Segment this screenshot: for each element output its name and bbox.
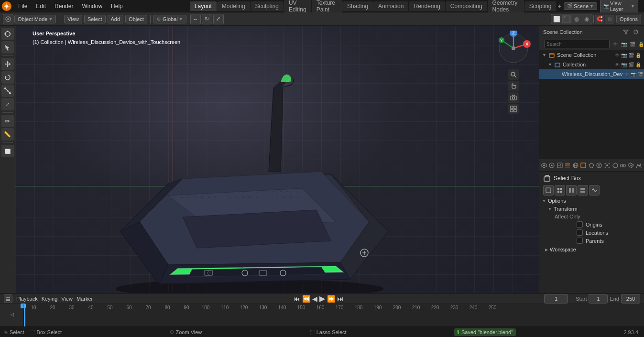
menu-window[interactable]: Window xyxy=(78,2,106,11)
tab-shading[interactable]: Shading xyxy=(342,1,373,11)
outliner-sync-icon[interactable] xyxy=(632,28,640,36)
rotate-icon-btn[interactable]: ↻ xyxy=(202,14,212,24)
timeline-header-marker[interactable]: Marker xyxy=(76,296,93,302)
viewport[interactable]: ⬡ ⋯ xyxy=(15,26,539,293)
props-render-icon[interactable] xyxy=(548,160,556,171)
tab-animation[interactable]: Animation xyxy=(373,1,408,11)
col-visibility-icon[interactable]: 👁 xyxy=(615,62,620,67)
measure-tool[interactable]: 📏 xyxy=(1,128,14,141)
sc-visibility-icon[interactable]: 👁 xyxy=(615,53,620,58)
props-mesh-icon[interactable] xyxy=(588,160,595,171)
timeline-menu-icon[interactable] xyxy=(4,294,12,303)
col-render-icon[interactable]: 🎬 xyxy=(628,62,634,67)
outliner-filter-icon[interactable] xyxy=(622,28,630,36)
props-object-data-icon[interactable] xyxy=(635,160,643,171)
select-box-icon-1[interactable] xyxy=(543,185,554,196)
mode-icon-btn[interactable] xyxy=(3,14,13,24)
add-menu[interactable]: Add xyxy=(108,15,124,23)
outliner-item-scene-collection[interactable]: ▼ Scene Collection 👁 📷 🎬 🔒 xyxy=(539,50,644,60)
mesh-visibility-icon[interactable]: 👁 xyxy=(624,72,629,77)
props-output-icon[interactable] xyxy=(556,160,564,171)
props-object-icon[interactable] xyxy=(580,160,588,171)
add-workspace-button[interactable]: + xyxy=(557,1,562,11)
sc-render-icon[interactable]: 🎬 xyxy=(628,53,634,58)
timeline-header-view[interactable]: View xyxy=(61,296,73,302)
tab-compositing[interactable]: Compositing xyxy=(446,1,487,11)
workspace-title[interactable]: ▶ Workspace xyxy=(545,247,638,252)
select-box-icon-5[interactable] xyxy=(589,185,600,196)
rotate-tool[interactable] xyxy=(1,71,14,84)
scale-tool[interactable] xyxy=(1,85,14,97)
material-preview-btn[interactable]: ◍ xyxy=(572,15,581,23)
object-mode-dropdown[interactable]: Object Mode ▼ xyxy=(14,15,56,23)
move-icon-btn[interactable]: ↔ xyxy=(190,14,201,24)
jump-start-btn[interactable]: ⏮ xyxy=(294,295,300,303)
mesh-viewport-icon[interactable]: 📷 xyxy=(631,72,636,77)
props-particles-icon[interactable] xyxy=(603,160,611,171)
props-scene-icon[interactable] xyxy=(540,160,548,171)
start-frame-input[interactable]: 1 xyxy=(589,294,608,304)
jump-end-btn[interactable]: ⏭ xyxy=(337,295,344,303)
outliner-item-mesh[interactable]: ▶ Wireless_Discussion_Dev 👁 📷 🎬 🔒 xyxy=(539,69,644,79)
rendered-btn[interactable]: ◉ xyxy=(582,15,591,23)
transform-tool[interactable]: ⤢ xyxy=(1,98,14,110)
mesh-render-icon[interactable]: 🎬 xyxy=(638,72,644,77)
visibility-icon[interactable]: 👁 xyxy=(611,40,619,48)
lock-icon[interactable]: 🔒 xyxy=(637,40,644,48)
props-physics-icon[interactable] xyxy=(611,160,619,171)
timeline-header-playback[interactable]: Playback xyxy=(16,296,38,302)
sc-viewport-icon[interactable]: 📷 xyxy=(621,53,627,58)
step-forward-btn[interactable]: ⏩ xyxy=(327,295,335,303)
tab-scripting[interactable]: Scripting xyxy=(524,1,557,11)
annotate-tool[interactable]: ✏ xyxy=(1,115,14,127)
sc-lock-icon[interactable]: 🔒 xyxy=(635,53,641,58)
view-layer-selector[interactable]: 📷 View Layer ▼ xyxy=(600,0,638,13)
transform-title[interactable]: ▼ Transform xyxy=(548,205,641,213)
options-btn[interactable]: Options xyxy=(616,15,641,23)
props-material-icon[interactable] xyxy=(596,160,603,171)
menu-help[interactable]: Help xyxy=(107,2,127,11)
menu-file[interactable]: File xyxy=(14,2,31,11)
global-dropdown[interactable]: ⊕ Global ▼ xyxy=(153,15,186,23)
render-icon[interactable]: 🎬 xyxy=(629,40,636,48)
tab-sculpting[interactable]: Sculpting xyxy=(251,1,284,11)
props-constraints-icon[interactable] xyxy=(619,160,627,171)
scale-icon-btn[interactable]: ⤢ xyxy=(213,14,224,24)
options-title[interactable]: ▼ Options xyxy=(542,196,641,205)
select-menu[interactable]: Select xyxy=(84,15,106,23)
viewport-icon[interactable]: 📷 xyxy=(620,40,628,48)
props-view-layer-icon[interactable] xyxy=(564,160,572,171)
snap-toggle[interactable]: 🧲 xyxy=(595,15,604,23)
camera-btn[interactable] xyxy=(508,92,519,103)
select-box-icon-3[interactable] xyxy=(566,185,577,196)
outliner-search-input[interactable] xyxy=(544,40,610,48)
cursor-tool[interactable] xyxy=(1,28,14,40)
col-viewport-icon[interactable]: 📷 xyxy=(621,62,627,67)
timeline-content[interactable]: ▷ 10 20 30 40 50 60 70 80 90 100 110 120… xyxy=(0,304,644,326)
wireframe-btn[interactable]: ⬜ xyxy=(552,15,561,23)
grid-btn[interactable] xyxy=(508,104,519,114)
scene-selector[interactable]: 🎬 Scene ▼ xyxy=(564,2,597,10)
view-menu[interactable]: View xyxy=(64,15,82,23)
viewport-gizmo[interactable]: X Y Z xyxy=(496,31,534,69)
select-box-icon-4[interactable] xyxy=(578,185,588,196)
object-menu[interactable]: Object xyxy=(125,15,147,23)
current-frame-input[interactable]: 1 xyxy=(544,294,568,304)
tab-rendering[interactable]: Rendering xyxy=(409,1,445,11)
add-cube-tool[interactable]: ⬜ xyxy=(1,145,14,157)
proportional-toggle[interactable]: ◎ xyxy=(605,15,614,23)
hand-pan-btn[interactable] xyxy=(508,81,519,91)
reverse-play-btn[interactable]: ◀ xyxy=(312,295,317,303)
zoom-in-btn[interactable] xyxy=(508,69,519,80)
col-lock-icon[interactable]: 🔒 xyxy=(635,62,641,67)
timeline-header-keying[interactable]: Keying xyxy=(42,296,58,302)
parents-checkbox[interactable] xyxy=(577,238,583,244)
end-frame-input[interactable]: 250 xyxy=(621,294,640,304)
menu-edit[interactable]: Edit xyxy=(32,2,50,11)
select-box-icon-2[interactable] xyxy=(555,185,565,196)
select-tool[interactable] xyxy=(1,41,14,54)
origins-checkbox[interactable] xyxy=(577,221,583,228)
tab-modeling[interactable]: Modeling xyxy=(217,1,250,11)
move-tool[interactable] xyxy=(1,58,14,70)
step-back-btn[interactable]: ⏪ xyxy=(302,295,310,303)
